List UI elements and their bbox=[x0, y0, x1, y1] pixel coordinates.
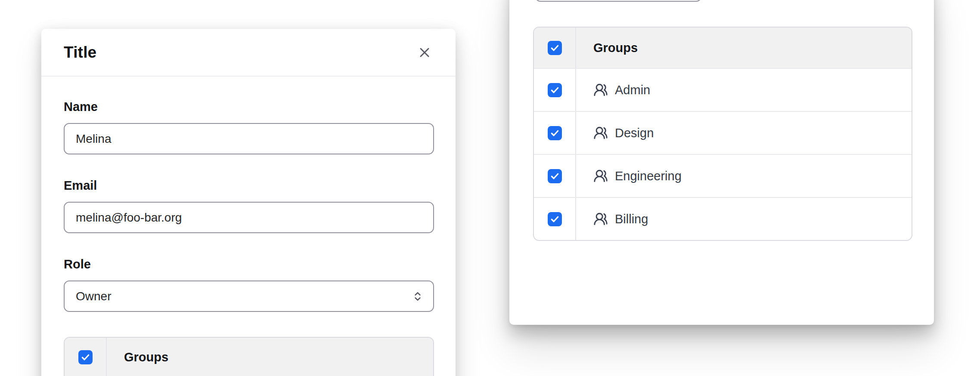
email-field-group: Email bbox=[64, 179, 434, 233]
users-icon bbox=[593, 212, 608, 226]
users-icon bbox=[593, 126, 608, 140]
row-checkbox-cell bbox=[534, 155, 576, 197]
row-checkbox-cell bbox=[534, 112, 576, 154]
group-name: Design bbox=[615, 126, 654, 140]
groups-panel: Groups Admin bbox=[509, 0, 934, 325]
row-checkbox[interactable] bbox=[548, 212, 562, 226]
check-icon bbox=[550, 128, 560, 138]
page: Title Name Email Role Owner bbox=[0, 0, 980, 376]
users-icon bbox=[593, 169, 608, 183]
row-checkbox[interactable] bbox=[548, 169, 562, 183]
email-input[interactable] bbox=[64, 202, 434, 233]
group-name: Billing bbox=[615, 212, 648, 226]
row-checkbox[interactable] bbox=[548, 83, 562, 97]
row-checkbox[interactable] bbox=[548, 126, 562, 140]
name-field-group: Name bbox=[64, 100, 434, 154]
groups-header-checkbox-cell bbox=[534, 28, 576, 68]
check-icon bbox=[550, 85, 560, 95]
groups-table-header-row: Groups bbox=[534, 28, 912, 68]
check-icon bbox=[81, 352, 90, 362]
table-row-billing: Billing bbox=[534, 197, 912, 240]
row-label-cell: Engineering bbox=[576, 155, 912, 197]
users-icon bbox=[593, 83, 608, 97]
row-label-cell: Design bbox=[576, 112, 912, 154]
row-checkbox-cell bbox=[534, 198, 576, 240]
modal-header: Title bbox=[41, 29, 456, 77]
x-icon bbox=[417, 45, 432, 60]
modal-header-checkbox-cell bbox=[65, 338, 107, 376]
role-field-group: Role Owner bbox=[64, 257, 434, 312]
modal-groups-column-header: Groups bbox=[107, 338, 433, 376]
modal-title: Title bbox=[64, 43, 96, 62]
check-icon bbox=[550, 43, 560, 53]
name-input[interactable] bbox=[64, 123, 434, 154]
cropped-field-bottom-edge bbox=[535, 0, 701, 2]
select-all-checkbox[interactable] bbox=[548, 41, 562, 55]
modal-body: Name Email Role Owner bbox=[41, 77, 456, 376]
select-chevrons-icon bbox=[411, 290, 425, 303]
row-label-cell: Admin bbox=[576, 69, 912, 111]
modal-groups-table-header-row: Groups bbox=[65, 338, 433, 376]
role-select[interactable]: Owner bbox=[64, 280, 434, 312]
row-checkbox-cell bbox=[534, 69, 576, 111]
groups-table: Groups Admin bbox=[533, 27, 912, 241]
modal-groups-table: Groups bbox=[64, 337, 434, 376]
table-row-engineering: Engineering bbox=[534, 154, 912, 197]
check-icon bbox=[550, 171, 560, 181]
user-edit-modal: Title Name Email Role Owner bbox=[41, 29, 456, 376]
role-select-value: Owner bbox=[76, 290, 111, 303]
table-row-design: Design bbox=[534, 111, 912, 154]
role-label: Role bbox=[64, 257, 434, 271]
group-name: Admin bbox=[615, 83, 650, 97]
table-row-admin: Admin bbox=[534, 68, 912, 111]
groups-column-header: Groups bbox=[576, 28, 912, 68]
email-label: Email bbox=[64, 179, 434, 193]
check-icon bbox=[550, 214, 560, 224]
row-label-cell: Billing bbox=[576, 198, 912, 240]
name-label: Name bbox=[64, 100, 434, 114]
select-all-groups-checkbox[interactable] bbox=[78, 350, 93, 364]
group-name: Engineering bbox=[615, 169, 682, 183]
close-button[interactable] bbox=[414, 42, 435, 63]
